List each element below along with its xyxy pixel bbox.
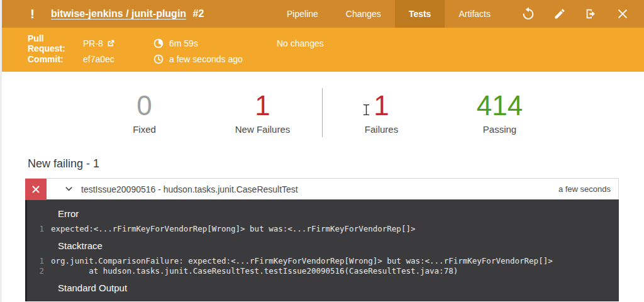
stat-fixed-label: Fixed xyxy=(86,124,204,135)
changes-summary: No changes xyxy=(277,38,324,48)
stat-fixed: 0 Fixed xyxy=(86,91,204,135)
stat-failures: 1 Failures xyxy=(323,91,441,135)
stat-passing-value: 414 xyxy=(441,91,559,120)
go-to-classic-icon[interactable] xyxy=(579,0,604,28)
stat-new-failures-label: New Failures xyxy=(204,124,322,135)
console-line: 2 at hudson.tasks.junit.CaseResultTest.t… xyxy=(27,266,619,276)
window-edge xyxy=(0,0,2,302)
pull-request-link[interactable]: PR-8 xyxy=(83,38,103,48)
chevron-down-icon[interactable] xyxy=(64,184,74,194)
test-console-output: Error 1 expected:<...rFirmKeyForVendorRe… xyxy=(25,199,619,301)
line-number[interactable]: 1 xyxy=(27,256,51,266)
clock-icon xyxy=(153,54,164,64)
page-title: bitwise-jenkins / junit-plugin #2 xyxy=(51,8,204,20)
test-result-row[interactable]: testIssue20090516 - hudson.tasks.junit.C… xyxy=(25,178,619,199)
console-line: 1 org.junit.ComparisonFailure: expected:… xyxy=(27,256,619,266)
stat-passing: 414 Passing xyxy=(441,91,559,135)
line-number[interactable]: 2 xyxy=(27,266,51,276)
test-summary: 0 Fixed 1 New Failures 1 Failures 414 Pa… xyxy=(25,72,619,148)
stat-passing-label: Passing xyxy=(441,124,559,135)
meta-row-pull-request: Pull Request: PR-8 6m 59s xyxy=(28,35,644,51)
tab-pipeline[interactable]: Pipeline xyxy=(273,0,332,28)
line-text: at hudson.tasks.junit.CaseResultTest.tes… xyxy=(51,266,458,276)
line-number[interactable]: 1 xyxy=(27,224,51,234)
header-tabs: Pipeline Changes Tests Artifacts xyxy=(273,0,504,28)
build-header: ! bitwise-jenkins / junit-plugin #2 Pipe… xyxy=(0,0,644,28)
header-spacer xyxy=(204,0,273,28)
console-section-stacktrace: Stacktrace xyxy=(58,240,619,251)
stat-failures-label: Failures xyxy=(323,124,441,135)
header-actions xyxy=(504,0,644,28)
x-mark-icon xyxy=(31,185,40,194)
failed-status-badge xyxy=(25,179,47,200)
tab-tests[interactable]: Tests xyxy=(395,0,445,28)
commit-label: Commit: xyxy=(28,54,83,64)
test-duration: a few seconds xyxy=(558,184,618,194)
close-icon[interactable] xyxy=(610,0,635,28)
build-meta-bar: Pull Request: PR-8 6m 59s xyxy=(0,28,644,72)
line-text: org.junit.ComparisonFailure: expected:<.… xyxy=(51,256,553,266)
build-time-ago: a few seconds ago xyxy=(169,54,243,64)
stat-new-failures: 1 New Failures xyxy=(204,91,322,135)
edit-icon[interactable] xyxy=(547,0,572,28)
console-line: 1 expected:<...rFirmKeyForVendorRep[Wron… xyxy=(27,224,619,234)
pull-request-label: Pull Request: xyxy=(28,33,83,53)
pipeline-title-link[interactable]: bitwise-jenkins / junit-plugin xyxy=(51,8,186,19)
meta-row-commit: Commit: ef7a0ec a few seconds ago xyxy=(28,51,644,67)
unstable-status-icon: ! xyxy=(30,6,35,21)
build-result-page: ! bitwise-jenkins / junit-plugin #2 Pipe… xyxy=(0,0,644,302)
console-section-error: Error xyxy=(58,208,619,219)
test-results-content: 0 Fixed 1 New Failures 1 Failures 414 Pa… xyxy=(0,72,644,301)
stat-new-failures-value: 1 xyxy=(204,91,322,120)
rerun-icon[interactable] xyxy=(516,0,541,28)
stat-fixed-value: 0 xyxy=(86,91,204,120)
header-title-area: ! bitwise-jenkins / junit-plugin #2 xyxy=(0,0,204,28)
line-text: expected:<...rFirmKeyForVendorRep[Wrong]… xyxy=(51,224,415,234)
duration-icon xyxy=(153,38,164,48)
external-link-icon[interactable] xyxy=(107,39,115,47)
tab-changes[interactable]: Changes xyxy=(332,0,395,28)
build-number: #2 xyxy=(193,8,204,19)
stat-failures-value: 1 xyxy=(323,91,441,120)
tab-artifacts[interactable]: Artifacts xyxy=(445,0,504,28)
test-name: testIssue20090516 - hudson.tasks.junit.C… xyxy=(81,184,558,194)
commit-hash: ef7a0ec xyxy=(83,54,114,64)
new-failing-section-title: New failing - 1 xyxy=(28,157,619,171)
duration-text: 6m 59s xyxy=(169,38,198,48)
console-section-standard-output: Standard Output xyxy=(58,282,619,293)
